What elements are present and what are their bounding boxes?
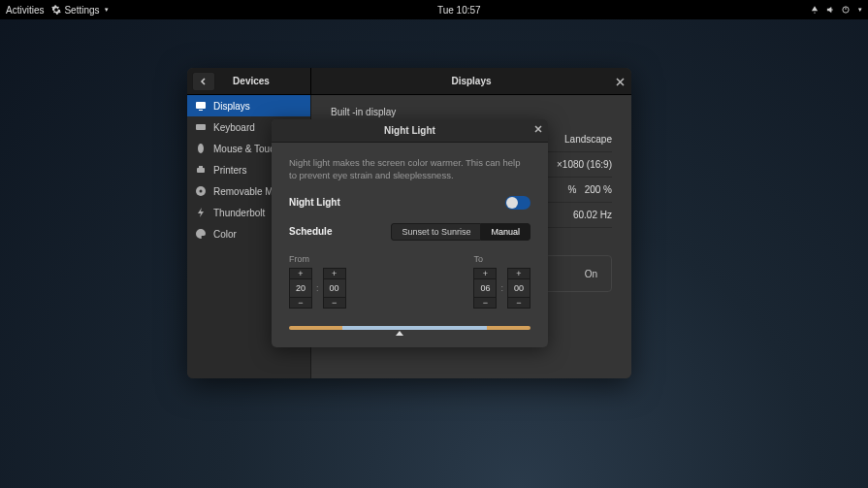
to-label: To: [473, 254, 530, 264]
from-hour-value[interactable]: 20: [289, 279, 312, 297]
from-minute-down[interactable]: −: [323, 297, 346, 309]
mouse-icon: [195, 143, 207, 154]
svg-rect-3: [196, 124, 206, 130]
night-light-status: On: [585, 269, 597, 279]
close-icon: [534, 125, 542, 133]
gear-icon: [51, 5, 61, 15]
display-icon: [195, 100, 207, 112]
chevron-down-icon: ▾: [858, 6, 862, 14]
to-hour-spinner: + 06 −: [473, 268, 497, 309]
from-minute-spinner: + 00 −: [323, 268, 346, 309]
window-close-button[interactable]: [614, 76, 626, 87]
schedule-label: Schedule: [289, 226, 332, 237]
from-hour-down[interactable]: −: [289, 297, 312, 309]
activities-button[interactable]: Activities: [6, 5, 44, 16]
top-bar: Activities Settings ▾ Tue 10:57 ▾: [0, 0, 868, 19]
to-hour-down[interactable]: −: [473, 297, 497, 309]
media-icon: [195, 185, 207, 197]
clock[interactable]: Tue 10:57: [109, 5, 810, 16]
time-colon: :: [500, 283, 503, 293]
schedule-sunset-button[interactable]: Sunset to Sunrise: [391, 223, 480, 241]
panel-title-displays: Displays: [311, 76, 631, 86]
night-light-toggle-label: Night Light: [289, 197, 340, 208]
schedule-segmented-control: Sunset to Sunrise Manual: [391, 223, 530, 241]
chevron-left-icon: [200, 78, 208, 85]
dialog-close-button[interactable]: [534, 125, 542, 133]
time-colon: :: [316, 283, 319, 293]
to-hour-value[interactable]: 06: [473, 279, 497, 297]
printer-icon: [195, 164, 207, 176]
sidebar-item-displays[interactable]: Displays: [187, 95, 310, 116]
night-light-toggle[interactable]: [505, 196, 530, 210]
sidebar-item-label: Thunderbolt: [213, 208, 265, 218]
back-button[interactable]: [192, 72, 215, 91]
night-light-dialog: Night Light Night light makes the screen…: [272, 119, 548, 347]
app-menu[interactable]: Settings ▾: [51, 5, 108, 16]
sidebar-item-label: Color: [213, 229, 237, 240]
svg-rect-1: [196, 102, 206, 109]
color-icon: [195, 228, 207, 240]
color-temperature-slider[interactable]: [289, 326, 530, 330]
schedule-manual-button[interactable]: Manual: [480, 223, 530, 241]
from-hour-up[interactable]: +: [289, 268, 312, 279]
svg-rect-5: [197, 168, 205, 173]
slider-handle-icon: [396, 331, 403, 336]
close-icon: [616, 78, 625, 86]
sidebar-item-label: Printers: [213, 165, 246, 176]
svg-rect-2: [199, 110, 203, 111]
volume-icon: [825, 5, 835, 15]
to-minute-spinner: + 00 −: [507, 268, 530, 309]
display-name: Built -in display: [331, 107, 612, 117]
window-titlebar: Devices Displays: [187, 68, 631, 95]
to-hour-up[interactable]: +: [473, 268, 497, 279]
sidebar-item-label: Displays: [213, 101, 250, 112]
keyboard-icon: [195, 121, 207, 133]
to-minute-down[interactable]: −: [507, 297, 530, 309]
svg-point-8: [200, 190, 203, 193]
from-label: From: [289, 254, 346, 264]
sidebar-item-label: Keyboard: [213, 122, 255, 133]
svg-rect-6: [199, 166, 203, 168]
thunderbolt-icon: [195, 207, 207, 218]
from-minute-up[interactable]: +: [323, 268, 346, 279]
from-minute-value[interactable]: 00: [323, 279, 346, 297]
status-area[interactable]: ▾: [810, 5, 862, 15]
panel-title-devices: Devices: [215, 76, 310, 86]
network-icon: [810, 5, 820, 15]
from-hour-spinner: + 20 −: [289, 268, 312, 309]
to-minute-up[interactable]: +: [507, 268, 530, 279]
dialog-description: Night light makes the screen color warme…: [289, 156, 530, 182]
svg-point-4: [198, 144, 204, 153]
dialog-titlebar: Night Light: [272, 119, 548, 143]
dialog-title: Night Light: [384, 125, 435, 136]
power-icon: [841, 5, 851, 15]
to-minute-value[interactable]: 00: [507, 279, 530, 297]
